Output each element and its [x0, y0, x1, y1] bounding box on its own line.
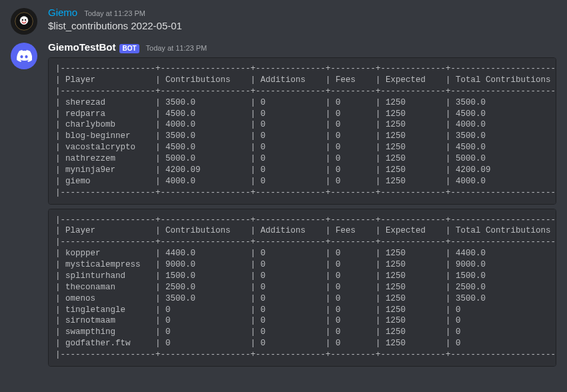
discord-logo-icon — [16, 48, 32, 64]
bot-message: GiemoTestBot BOT Today at 11:23 PM |----… — [0, 40, 567, 371]
user-message: Giemo Today at 11:23 PM $list_contributi… — [0, 5, 567, 35]
svg-point-4 — [21, 21, 23, 22]
message-content: Giemo Today at 11:23 PM $list_contributi… — [48, 7, 556, 35]
user-avatar[interactable] — [11, 8, 37, 35]
svg-point-2 — [22, 19, 23, 21]
avatar-image-icon — [15, 12, 33, 31]
svg-point-5 — [25, 21, 27, 22]
code-block-table-2[interactable]: |-------------------+------------------+… — [48, 209, 556, 367]
username[interactable]: GiemoTestBot — [48, 41, 115, 53]
code-block-table-1[interactable]: |-------------------+------------------+… — [48, 57, 556, 205]
message-content: GiemoTestBot BOT Today at 11:23 PM |----… — [48, 41, 556, 371]
bot-badge: BOT — [119, 44, 139, 53]
timestamp: Today at 11:23 PM — [84, 9, 145, 17]
svg-point-1 — [20, 16, 29, 25]
bot-avatar[interactable] — [11, 43, 37, 69]
svg-point-3 — [25, 19, 26, 21]
timestamp: Today at 11:23 PM — [146, 44, 207, 52]
username[interactable]: Giemo — [48, 7, 77, 18]
message-text: $list_contributions 2022-05-01 — [48, 19, 556, 33]
message-list: Giemo Today at 11:23 PM $list_contributi… — [0, 0, 567, 371]
message-header: Giemo Today at 11:23 PM — [48, 7, 556, 18]
message-header: GiemoTestBot BOT Today at 11:23 PM — [48, 41, 556, 53]
